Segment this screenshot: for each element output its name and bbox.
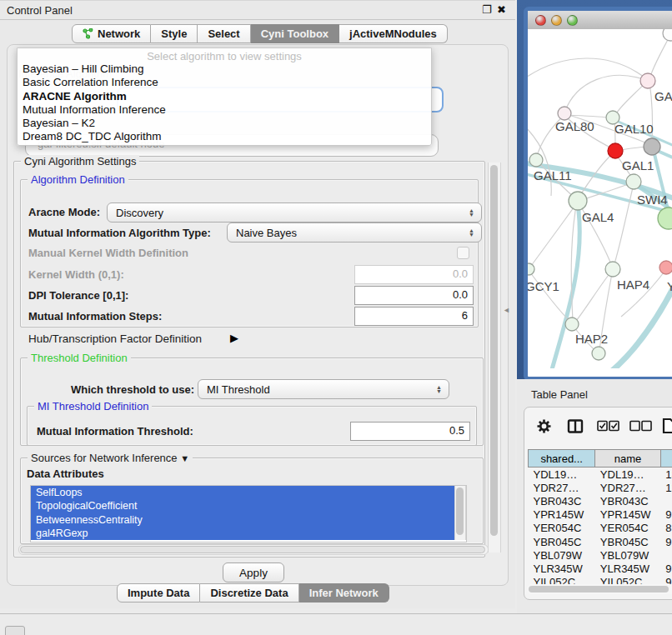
mi-threshold-field[interactable]: 0.5 [350, 422, 470, 441]
table-cell[interactable]: YBL079W [595, 548, 660, 562]
table-cell[interactable]: YBL079W [529, 548, 595, 562]
network-node-swi4[interactable] [658, 208, 672, 229]
network-node[interactable] [644, 138, 660, 155]
algorithm-option[interactable]: ARACNE Algorithm [18, 90, 431, 103]
network-edge[interactable] [531, 204, 576, 266]
close-traffic-light[interactable] [535, 15, 546, 26]
bottom-tab-impute-data[interactable]: Impute Data [117, 583, 200, 602]
network-edge[interactable] [649, 35, 670, 79]
network-node-gal4[interactable] [569, 192, 587, 210]
apply-button[interactable]: Apply [223, 562, 284, 582]
data-attribute-item[interactable]: TopologicalCoefficient [31, 499, 455, 512]
table-cell[interactable]: YBR045C [529, 535, 595, 548]
gear-icon[interactable] [536, 418, 552, 438]
network-node-gcy1[interactable] [528, 263, 534, 275]
deselect-all-checkboxes-icon[interactable] [629, 420, 652, 435]
network-canvas[interactable]: GALGAL80GAL10GAL1GAL11GAL4SWI4GCY1HAP4YH… [528, 29, 672, 368]
table-cell[interactable]: YDR27… [595, 481, 660, 494]
splitter-collapse-icon[interactable]: ◄ [503, 306, 510, 314]
algorithm-option[interactable]: Mutual Information Inference [18, 103, 431, 117]
column-header[interactable] [660, 450, 672, 468]
table-row[interactable]: YER054CYER054C8. [529, 522, 672, 535]
table-row[interactable]: YBR045CYBR045C9. [529, 535, 672, 548]
bottom-left-button[interactable] [5, 626, 25, 635]
network-view-window[interactable]: GALGAL80GAL10GAL1GAL11GAL4SWI4GCY1HAP4YH… [524, 7, 672, 379]
table-cell[interactable]: YDR27… [529, 481, 595, 494]
table-cell[interactable] [660, 494, 672, 508]
network-node-y[interactable] [659, 261, 672, 274]
data-attribute-item[interactable]: gal4RGexp [31, 527, 455, 540]
close-panel-icon[interactable]: ✖ [497, 3, 506, 16]
table-horizontal-scrollbar[interactable] [527, 584, 672, 594]
hub-expand-arrow-icon[interactable]: ▶ [230, 332, 238, 344]
bottom-tab-infer-network[interactable]: Infer Network [299, 583, 389, 602]
data-attribute-item[interactable]: BetweennessCentrality [31, 513, 455, 527]
table-cell[interactable]: YLR345W [529, 562, 595, 575]
table-row[interactable]: YPR145WYPR145W9. [529, 508, 672, 522]
table-cell[interactable]: YDL19… [595, 468, 660, 482]
table-cell[interactable]: 13 [660, 468, 672, 482]
network-edge[interactable] [564, 75, 648, 112]
table-cell[interactable]: 9. [660, 535, 672, 548]
table-cell[interactable]: YLR345W [595, 562, 660, 575]
network-node-gal80[interactable] [558, 107, 571, 120]
table-cell[interactable]: 12 [660, 481, 672, 494]
minimize-traffic-light[interactable] [551, 15, 562, 26]
algorithm-option[interactable]: Dream8 DC_TDC Algorithm [18, 130, 431, 143]
table-cell[interactable]: 9. [660, 508, 672, 522]
network-node-gal11[interactable] [529, 153, 543, 167]
table-cell[interactable]: YBR043C [529, 494, 595, 508]
tab-cyni-toolbox[interactable]: Cyni Toolbox [251, 24, 339, 43]
network-node-gal[interactable] [640, 73, 655, 88]
table-cell[interactable]: YER054C [529, 522, 595, 535]
algorithm-option[interactable]: Basic Correlation Inference [18, 76, 431, 89]
tab-network[interactable]: Network [72, 24, 151, 43]
aracne-mode-combobox[interactable]: Discovery ▲▼ [107, 202, 482, 222]
bottom-tab-discretize-data[interactable]: Discretize Data [200, 583, 298, 602]
network-node[interactable] [626, 174, 641, 189]
table-cell[interactable] [660, 548, 672, 562]
sources-collapse-arrow-icon[interactable]: ▼ [180, 453, 189, 463]
network-edge[interactable] [576, 272, 611, 321]
table-cell[interactable]: YPR145W [595, 508, 660, 522]
table-cell[interactable]: YBR045C [595, 535, 660, 548]
table-row[interactable]: YLR345WYLR345W9. [529, 562, 672, 575]
mi-type-combobox[interactable]: Naive Bayes ▲▼ [227, 222, 482, 242]
attributes-list-scrollbar[interactable] [454, 486, 466, 540]
dpi-tolerance-field[interactable]: 0.0 [354, 286, 474, 305]
settings-horizontal-scrollbar[interactable] [18, 544, 489, 555]
table-row[interactable]: YDR27…YDR27…12 [529, 481, 672, 494]
network-node[interactable] [592, 347, 605, 360]
new-table-icon[interactable] [662, 418, 672, 438]
columns-icon[interactable] [567, 418, 584, 438]
select-all-checkboxes-icon[interactable] [597, 420, 619, 435]
manual-kernel-checkbox[interactable] [457, 247, 469, 259]
column-header-name[interactable]: name [595, 450, 660, 468]
which-threshold-combobox[interactable]: MI Threshold ▲▼ [198, 379, 449, 399]
tab-select[interactable]: Select [198, 24, 250, 43]
float-window-icon[interactable]: ❐ [482, 3, 492, 16]
node-table[interactable]: shared...nameYDL19…YDL19…13YDR27…YDR27…1… [528, 449, 672, 589]
table-row[interactable]: YBR043CYBR043C [529, 494, 672, 508]
network-window-titlebar[interactable] [528, 11, 672, 30]
table-row[interactable]: YBL079WYBL079W [529, 548, 672, 562]
data-attributes-list[interactable]: SelfLoopsTopologicalCoefficientBetweenne… [30, 485, 467, 542]
settings-vertical-scrollbar[interactable] [488, 162, 501, 552]
table-cell[interactable]: YBR043C [595, 494, 660, 508]
network-node-hap2[interactable] [565, 318, 579, 331]
network-edge[interactable] [571, 206, 576, 321]
network-node-gal1[interactable] [608, 143, 623, 158]
table-cell[interactable]: YER054C [595, 522, 660, 535]
data-attribute-item[interactable]: SelfLoops [31, 486, 455, 499]
column-header-shared[interactable]: shared... [529, 450, 595, 468]
network-edge[interactable] [528, 58, 648, 80]
kernel-width-field[interactable]: 0.0 [354, 265, 474, 284]
table-cell[interactable]: YDL19… [529, 468, 595, 482]
network-edge-highlighted[interactable] [607, 279, 672, 368]
network-node[interactable] [663, 29, 672, 41]
network-node-hap4[interactable] [605, 262, 620, 277]
table-cell[interactable]: 9. [660, 562, 672, 575]
zoom-traffic-light[interactable] [567, 15, 578, 26]
tab-jactivemnodules[interactable]: jActiveMNodules [339, 24, 448, 43]
mi-steps-field[interactable]: 6 [354, 307, 474, 326]
